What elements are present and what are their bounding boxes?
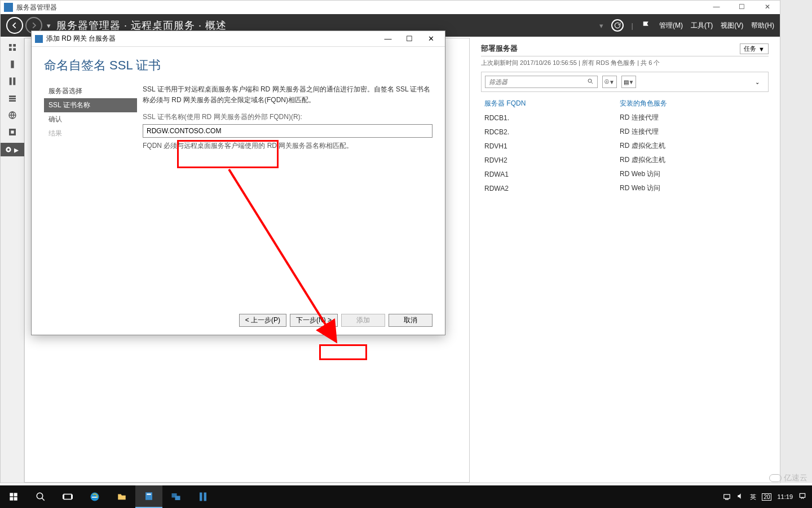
step-server-selection[interactable]: 服务器选择 (44, 84, 137, 98)
add-rd-gateway-dialog: 添加 RD 网关 台服务器 — ☐ ✕ 命名自签名 SSL 证书 服务器选择 S… (31, 30, 445, 335)
filter-category-dropdown[interactable]: ⦾ ▼ (602, 76, 617, 88)
table-row[interactable]: RDCB1.RD 连接代理 (481, 111, 769, 125)
refresh-dropdown-icon[interactable]: ▾ (599, 21, 603, 30)
filter-placeholder: 筛选器 (489, 78, 508, 86)
app-icon (4, 3, 13, 12)
svg-rect-22 (64, 494, 72, 500)
svg-rect-4 (11, 60, 14, 68)
step-confirm[interactable]: 确认 (44, 112, 137, 126)
menu-view[interactable]: 视图(V) (721, 21, 743, 30)
nav-file-services-icon[interactable] (6, 92, 19, 104)
svg-rect-7 (9, 95, 16, 97)
taskbar-explorer-icon[interactable] (108, 485, 135, 508)
fqdn-label: SSL 证书名称(使用 RD 网关服务器的外部 FQDN)(R): (143, 112, 433, 122)
tasks-dropdown[interactable]: 任务 ▼ (740, 43, 769, 54)
tray-volume-icon[interactable] (736, 492, 744, 501)
chevron-down-icon: ▼ (758, 46, 765, 52)
watermark: 亿速云 (769, 473, 807, 483)
deployment-servers-panel: 部署服务器 任务 ▼ 上次刷新时间 2017/10/26 10:56:55 | … (470, 38, 780, 483)
window-minimize-button[interactable]: — (704, 1, 729, 14)
tray-ime-mode[interactable]: 20 (762, 493, 771, 501)
svg-rect-20 (14, 497, 17, 501)
svg-rect-27 (147, 494, 151, 495)
notifications-flag-icon[interactable] (641, 20, 651, 30)
nav-back-button[interactable] (6, 17, 23, 34)
table-row[interactable]: RDWA2RD Web 访问 (481, 181, 769, 195)
nav-local-server-icon[interactable] (6, 58, 19, 71)
next-button[interactable]: 下一步(N) > (290, 314, 338, 327)
step-ssl-cert-name[interactable]: SSL 证书名称 (44, 98, 137, 112)
dialog-minimize-button[interactable]: — (377, 34, 399, 43)
tray-notifications-icon[interactable] (798, 492, 806, 501)
svg-rect-31 (204, 493, 207, 501)
tray-ime-lang[interactable]: 英 (750, 493, 756, 501)
deployment-title: 部署服务器 (481, 43, 518, 54)
start-button[interactable] (0, 485, 27, 508)
svg-rect-17 (10, 493, 13, 496)
window-close-button[interactable]: ✕ (754, 1, 780, 14)
col-role[interactable]: 安装的角色服务 (616, 97, 769, 111)
svg-rect-30 (200, 493, 202, 501)
svg-rect-32 (724, 494, 730, 498)
table-row[interactable]: RDWA1RD Web 访问 (481, 167, 769, 181)
table-row[interactable]: RDCB2.RD 连接代理 (481, 125, 769, 139)
nav-all-servers-icon[interactable] (6, 75, 19, 87)
svg-rect-29 (175, 496, 180, 501)
dialog-titlebar: 添加 RD 网关 台服务器 — ☐ ✕ (32, 31, 445, 47)
refresh-info-text: 上次刷新时间 2017/10/26 10:56:55 | 所有 RDS 角色服务… (481, 59, 660, 67)
search-button[interactable] (27, 485, 54, 508)
filter-toolbar: 筛选器 ⦾ ▼ ▤ ▼ ⌄ (481, 72, 769, 92)
titlebar: 服务器管理器 — ☐ ✕ (1, 1, 780, 14)
svg-point-14 (7, 148, 10, 151)
expand-panel-button[interactable]: ⌄ (750, 76, 765, 88)
step-content: SSL 证书用于对远程桌面服务客户端和 RD 网关服务器之间的通信进行加密。自签… (137, 78, 433, 299)
svg-rect-1 (13, 44, 16, 47)
tray-network-icon[interactable] (723, 492, 731, 501)
refresh-icon[interactable] (611, 19, 624, 32)
svg-rect-3 (13, 48, 16, 51)
deployment-subtitle: 上次刷新时间 2017/10/26 10:56:55 | 所有 RDS 角色服务… (481, 56, 769, 67)
svg-point-21 (37, 493, 43, 499)
col-fqdn[interactable]: 服务器 FQDN (481, 97, 616, 111)
svg-rect-19 (10, 497, 13, 501)
nav-dropdown-icon[interactable]: ▾ (47, 21, 51, 30)
window-maximize-button[interactable]: ☐ (729, 1, 754, 14)
dialog-icon (35, 35, 43, 43)
menu-manage[interactable]: 管理(M) (659, 21, 683, 30)
svg-rect-33 (800, 493, 805, 497)
task-view-button[interactable] (54, 485, 81, 508)
dialog-title-text: 添加 RD 网关 台服务器 (46, 34, 377, 43)
fqdn-hint: FQDN 必须与远程桌面服务客户端使用的 RD 网关服务器名称相匹配。 (143, 141, 433, 151)
tasks-label: 任务 (744, 45, 756, 53)
taskbar-server-manager-icon[interactable] (135, 485, 162, 508)
dialog-close-button[interactable]: ✕ (420, 34, 442, 43)
dialog-heading: 命名自签名 SSL 证书 (44, 57, 433, 74)
nav-dashboard-icon[interactable] (6, 41, 19, 54)
table-row[interactable]: RDVH1RD 虚拟化主机 (481, 139, 769, 153)
svg-rect-0 (9, 44, 12, 47)
cancel-button[interactable]: 取消 (389, 314, 433, 327)
fqdn-input[interactable] (143, 124, 433, 138)
nav-hyperv-icon[interactable] (6, 126, 19, 138)
filter-tag-dropdown[interactable]: ▤ ▼ (621, 76, 636, 88)
svg-rect-2 (9, 48, 12, 51)
svg-point-15 (588, 79, 592, 82)
taskbar-ie-icon[interactable] (81, 485, 108, 508)
tray-time: 11:19 (777, 493, 793, 500)
filter-input[interactable]: 筛选器 (485, 76, 598, 88)
nav-iis-icon[interactable] (6, 109, 19, 121)
taskbar-app-icon[interactable] (189, 485, 217, 508)
table-row[interactable]: RDVH2RD 虚拟化主机 (481, 153, 769, 167)
dialog-maximize-button[interactable]: ☐ (399, 34, 420, 43)
tray-clock[interactable]: 11:19 (777, 493, 793, 500)
ssl-description: SSL 证书用于对远程桌面服务客户端和 RD 网关服务器之间的通信进行加密。自签… (143, 84, 433, 106)
nav-rds-icon[interactable]: ▸ (1, 143, 24, 156)
watermark-text: 亿速云 (784, 473, 807, 483)
menu-tools[interactable]: 工具(T) (691, 21, 713, 30)
svg-rect-23 (63, 495, 64, 498)
prev-button[interactable]: < 上一步(P) (239, 314, 286, 327)
taskbar-hyperv-icon[interactable] (162, 485, 189, 508)
menu-help[interactable]: 帮助(H) (751, 21, 774, 30)
desktop-background-strip (780, 0, 812, 483)
svg-rect-6 (13, 77, 15, 85)
